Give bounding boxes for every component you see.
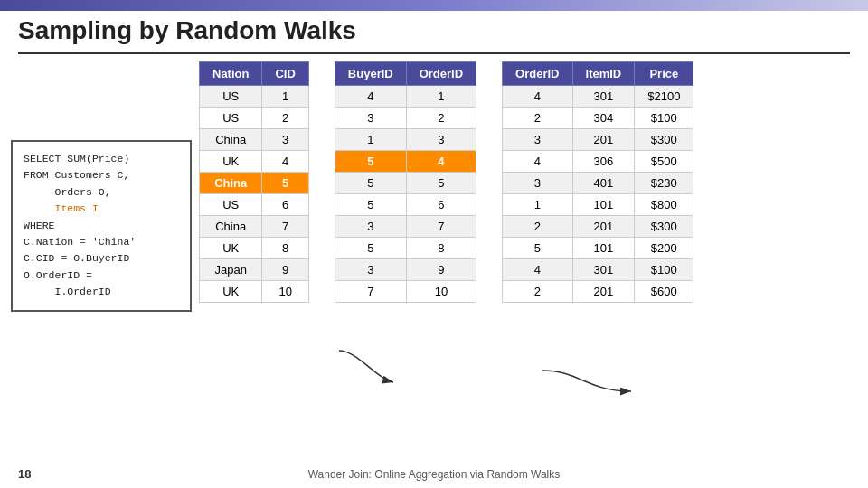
sql-line-8: O.OrderID = bbox=[24, 269, 92, 281]
table-row: 13 bbox=[335, 129, 476, 151]
top-bar bbox=[0, 0, 868, 11]
footer-text: Wander Join: Online Aggregation via Rand… bbox=[308, 468, 561, 481]
table-row: 2201$300 bbox=[503, 216, 693, 238]
customers-col-cid: CID bbox=[262, 62, 308, 86]
items-col-price: Price bbox=[635, 62, 693, 86]
table-row: 4301$2100 bbox=[503, 86, 693, 108]
items-table: OrderID ItemID Price 4301$2100 2304$100 … bbox=[502, 61, 693, 303]
table-row: 58 bbox=[335, 238, 476, 259]
customers-col-nation: Nation bbox=[200, 62, 262, 86]
table-row: 3201$300 bbox=[503, 129, 693, 151]
table-row: China7 bbox=[200, 216, 309, 238]
table-row: 4306$500 bbox=[503, 151, 693, 173]
table-row: 41 bbox=[335, 86, 476, 108]
table-row: 39 bbox=[335, 259, 476, 281]
table-row: China3 bbox=[200, 129, 309, 151]
table-row: UK10 bbox=[200, 281, 309, 303]
table-row: US6 bbox=[200, 194, 309, 216]
table-row: 2201$600 bbox=[503, 281, 693, 303]
table-row: 3401$230 bbox=[503, 173, 693, 194]
sql-line-6: C.Nation = 'China' bbox=[24, 236, 136, 248]
sql-line-5: WHERE bbox=[24, 220, 55, 231]
page-number: 18 bbox=[18, 467, 31, 481]
sql-line-2: FROM Customers C, bbox=[24, 169, 129, 181]
table-row: 4301$100 bbox=[503, 259, 693, 281]
orders-col-orderid: OrderID bbox=[406, 62, 476, 86]
table-row: 710 bbox=[335, 281, 476, 303]
table-row-highlight: China5 bbox=[200, 173, 309, 194]
customers-table-wrapper: Nation CID US1 US2 China3 UK4 China5 US6… bbox=[199, 61, 309, 303]
sql-line-7: C.CID = O.BuyerID bbox=[24, 252, 129, 264]
table-row: 5101$200 bbox=[503, 238, 693, 259]
orders-table: BuyerID OrderID 41 32 13 54 55 56 37 58 … bbox=[335, 61, 476, 303]
customers-table: Nation CID US1 US2 China3 UK4 China5 US6… bbox=[199, 61, 309, 303]
orders-col-buyerid: BuyerID bbox=[335, 62, 406, 86]
table-row: UK8 bbox=[200, 238, 309, 259]
table-row: 55 bbox=[335, 173, 476, 194]
table-row: US2 bbox=[200, 108, 309, 129]
orders-table-wrapper: BuyerID OrderID 41 32 13 54 55 56 37 58 … bbox=[335, 61, 476, 303]
sql-line-4: Items I bbox=[24, 202, 99, 214]
table-row: 1101$800 bbox=[503, 194, 693, 216]
table-row: 2304$100 bbox=[503, 108, 693, 129]
sql-line-3: Orders O, bbox=[24, 186, 111, 198]
table-row: 32 bbox=[335, 108, 476, 129]
table-row: UK4 bbox=[200, 151, 309, 173]
items-col-itemid: ItemID bbox=[572, 62, 635, 86]
table-row: Japan9 bbox=[200, 259, 309, 281]
table-row: 56 bbox=[335, 194, 476, 216]
page-title: Sampling by Random Walks bbox=[18, 16, 356, 45]
items-table-wrapper: OrderID ItemID Price 4301$2100 2304$100 … bbox=[502, 61, 693, 303]
table-row-highlight: 54 bbox=[335, 151, 476, 173]
table-row: 37 bbox=[335, 216, 476, 238]
sql-line-1: SELECT SUM(Price) bbox=[24, 153, 129, 164]
table-row: US1 bbox=[200, 86, 309, 108]
sql-line-9: I.OrderID bbox=[24, 286, 111, 297]
title-divider bbox=[18, 52, 850, 54]
sql-code-box: SELECT SUM(Price) FROM Customers C, Orde… bbox=[11, 140, 192, 312]
items-col-orderid: OrderID bbox=[503, 62, 572, 86]
